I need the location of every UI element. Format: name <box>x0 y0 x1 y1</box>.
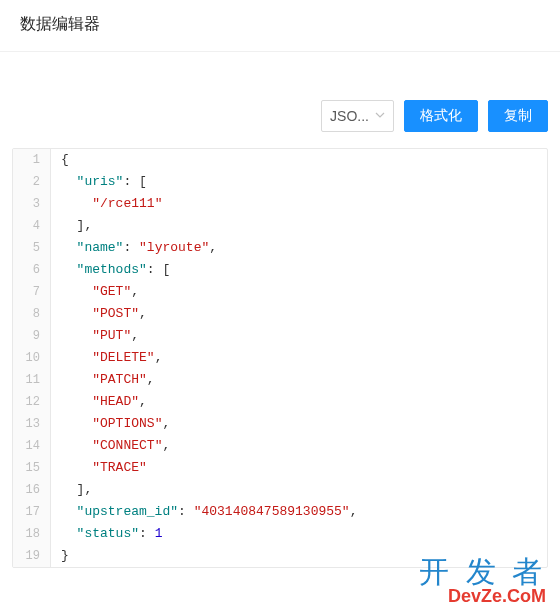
code-line: 7 "GET", <box>13 281 547 303</box>
format-select-value: JSO... <box>330 108 369 124</box>
line-number: 11 <box>13 369 51 391</box>
line-number: 1 <box>13 149 51 171</box>
line-content: "HEAD", <box>51 391 547 413</box>
line-number: 15 <box>13 457 51 479</box>
code-line: 5 "name": "lyroute", <box>13 237 547 259</box>
line-content: "methods": [ <box>51 259 547 281</box>
line-number: 14 <box>13 435 51 457</box>
line-number: 10 <box>13 347 51 369</box>
line-number: 7 <box>13 281 51 303</box>
line-number: 8 <box>13 303 51 325</box>
line-number: 12 <box>13 391 51 413</box>
line-content: { <box>51 149 547 171</box>
line-content: "OPTIONS", <box>51 413 547 435</box>
code-line: 15 "TRACE" <box>13 457 547 479</box>
code-line: 17 "upstream_id": "403140847589130955", <box>13 501 547 523</box>
code-editor[interactable]: 1{2 "uris": [3 "/rce111"4 ],5 "name": "l… <box>12 148 548 568</box>
line-number: 19 <box>13 545 51 567</box>
chevron-down-icon <box>375 110 385 122</box>
line-number: 16 <box>13 479 51 501</box>
line-content: } <box>51 545 547 567</box>
line-number: 4 <box>13 215 51 237</box>
line-content: "uris": [ <box>51 171 547 193</box>
code-line: 18 "status": 1 <box>13 523 547 545</box>
page-title: 数据编辑器 <box>20 15 100 32</box>
code-line: 16 ], <box>13 479 547 501</box>
editor-header: 数据编辑器 <box>0 0 560 52</box>
code-line: 12 "HEAD", <box>13 391 547 413</box>
line-content: "PUT", <box>51 325 547 347</box>
copy-button[interactable]: 复制 <box>488 100 548 132</box>
code-line: 6 "methods": [ <box>13 259 547 281</box>
line-content: "/rce111" <box>51 193 547 215</box>
line-number: 13 <box>13 413 51 435</box>
format-button[interactable]: 格式化 <box>404 100 478 132</box>
line-content: "TRACE" <box>51 457 547 479</box>
line-content: "GET", <box>51 281 547 303</box>
line-content: "DELETE", <box>51 347 547 369</box>
code-line: 11 "PATCH", <box>13 369 547 391</box>
line-number: 5 <box>13 237 51 259</box>
line-content: ], <box>51 479 547 501</box>
code-line: 10 "DELETE", <box>13 347 547 369</box>
line-number: 17 <box>13 501 51 523</box>
line-content: ], <box>51 215 547 237</box>
code-line: 1{ <box>13 149 547 171</box>
toolbar: JSO... 格式化 复制 <box>0 52 560 142</box>
code-line: 9 "PUT", <box>13 325 547 347</box>
line-number: 3 <box>13 193 51 215</box>
line-number: 2 <box>13 171 51 193</box>
line-number: 18 <box>13 523 51 545</box>
code-line: 14 "CONNECT", <box>13 435 547 457</box>
code-line: 8 "POST", <box>13 303 547 325</box>
line-content: "PATCH", <box>51 369 547 391</box>
line-content: "CONNECT", <box>51 435 547 457</box>
code-line: 2 "uris": [ <box>13 171 547 193</box>
line-content: "POST", <box>51 303 547 325</box>
line-content: "upstream_id": "403140847589130955", <box>51 501 547 523</box>
line-number: 6 <box>13 259 51 281</box>
code-line: 3 "/rce111" <box>13 193 547 215</box>
line-number: 9 <box>13 325 51 347</box>
line-content: "name": "lyroute", <box>51 237 547 259</box>
watermark-sub: DevZe.CoM <box>419 587 546 605</box>
code-line: 4 ], <box>13 215 547 237</box>
code-line: 13 "OPTIONS", <box>13 413 547 435</box>
code-line: 19} <box>13 545 547 567</box>
format-select[interactable]: JSO... <box>321 100 394 132</box>
line-content: "status": 1 <box>51 523 547 545</box>
